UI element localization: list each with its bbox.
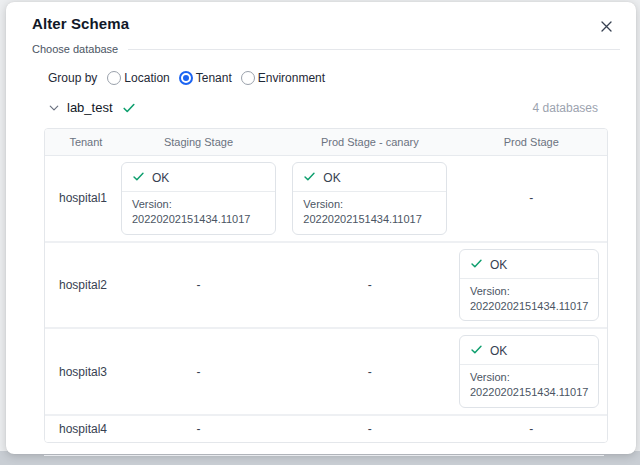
status-text: OK — [490, 344, 507, 358]
table-row: hospital3 - - OK Version: 20220202151434… — [45, 327, 607, 414]
subtitle-divider — [128, 49, 620, 50]
version-value: 20220202151434.11017 — [303, 212, 436, 227]
tenant-name: hospital2 — [59, 278, 107, 292]
radio-location-circle[interactable] — [107, 71, 121, 85]
empty-stage-dash: - — [196, 422, 200, 436]
column-header-tenant: Tenant — [45, 129, 113, 155]
check-icon — [132, 170, 145, 186]
database-group-name: lab_test — [67, 100, 113, 115]
stage-cell: OK Version: 20220202151434.11017 — [284, 162, 455, 235]
stage-cell: - — [284, 416, 455, 442]
table-row: hospital2 - - OK Version: 20220202151434… — [45, 241, 607, 328]
dialog-subtitle: Choose database — [32, 43, 118, 55]
version-label: Version: — [303, 197, 436, 212]
radio-environment-circle[interactable] — [241, 71, 255, 85]
status-card: OK Version: 20220202151434.11017 — [459, 335, 599, 408]
empty-stage-dash: - — [368, 278, 372, 292]
database-group-header[interactable]: lab_test 4 databases — [48, 100, 598, 115]
column-header-staging: Staging Stage — [113, 129, 284, 155]
version-value: 20220202151434.11017 — [470, 385, 588, 400]
chevron-down-icon[interactable] — [48, 102, 60, 114]
stage-cell: - — [113, 335, 284, 408]
empty-stage-dash: - — [196, 365, 200, 379]
stage-cell: - — [456, 416, 607, 442]
empty-stage-dash: - — [368, 422, 372, 436]
version-label: Version: — [470, 284, 588, 299]
table-row: hospital1 OK Version: 20220202151434.110… — [45, 156, 607, 241]
radio-location[interactable]: Location — [107, 71, 169, 85]
stage-cell: - — [113, 249, 284, 322]
status-card: OK Version: 20220202151434.11017 — [292, 162, 447, 235]
version-label: Version: — [470, 370, 588, 385]
check-icon — [470, 343, 483, 359]
version-value: 20220202151434.11017 — [470, 299, 588, 314]
status-text: OK — [152, 171, 169, 185]
version-value: 20220202151434.11017 — [132, 212, 265, 227]
table-row: hospital4 - - - — [45, 414, 607, 442]
close-button[interactable] — [595, 15, 618, 38]
column-header-prod: Prod Stage — [456, 129, 607, 155]
check-icon — [303, 170, 316, 186]
radio-location-label: Location — [124, 71, 169, 85]
table-header-row: Tenant Staging Stage Prod Stage - canary… — [45, 129, 607, 156]
radio-environment-label: Environment — [258, 71, 325, 85]
dialog-title: Alter Schema — [32, 15, 129, 32]
radio-environment[interactable]: Environment — [241, 71, 325, 85]
group-by-label: Group by — [48, 71, 97, 85]
stage-cell: OK Version: 20220202151434.11017 — [456, 335, 607, 408]
column-header-prod-canary: Prod Stage - canary — [284, 129, 455, 155]
stage-cell: - — [284, 335, 455, 408]
stage-cell: - — [113, 416, 284, 442]
tenant-name: hospital3 — [59, 365, 107, 379]
close-icon — [599, 22, 614, 37]
database-table: Tenant Staging Stage Prod Stage - canary… — [44, 128, 608, 443]
status-card: OK Version: 20220202151434.11017 — [459, 249, 599, 322]
tenant-name: hospital4 — [59, 422, 107, 436]
stage-cell: OK Version: 20220202151434.11017 — [456, 249, 607, 322]
dialog-header: Alter Schema — [6, 2, 636, 38]
group-ok-check-icon — [122, 101, 136, 115]
radio-tenant-label: Tenant — [196, 71, 232, 85]
status-card: OK Version: 20220202151434.11017 — [121, 162, 276, 235]
dialog-footer: Cancel Next — [6, 456, 636, 465]
version-label: Version: — [132, 197, 265, 212]
dialog-subtitle-row: Choose database — [6, 38, 636, 55]
status-text: OK — [490, 258, 507, 272]
database-count-label: 4 databases — [533, 101, 598, 115]
alter-schema-dialog: Alter Schema Choose database Group by Lo… — [6, 2, 636, 454]
stage-cell: OK Version: 20220202151434.11017 — [113, 162, 284, 235]
radio-tenant[interactable]: Tenant — [179, 71, 232, 85]
status-text: OK — [323, 171, 340, 185]
stage-cell: - — [456, 162, 607, 235]
check-icon — [470, 257, 483, 273]
stage-cell: - — [284, 249, 455, 322]
empty-stage-dash: - — [529, 422, 533, 436]
empty-stage-dash: - — [196, 278, 200, 292]
group-by-section: Group by Location Tenant Environment — [48, 71, 636, 85]
tenant-name: hospital1 — [59, 191, 107, 205]
empty-stage-dash: - — [368, 365, 372, 379]
radio-tenant-circle[interactable] — [179, 71, 193, 85]
empty-stage-dash: - — [529, 191, 533, 205]
